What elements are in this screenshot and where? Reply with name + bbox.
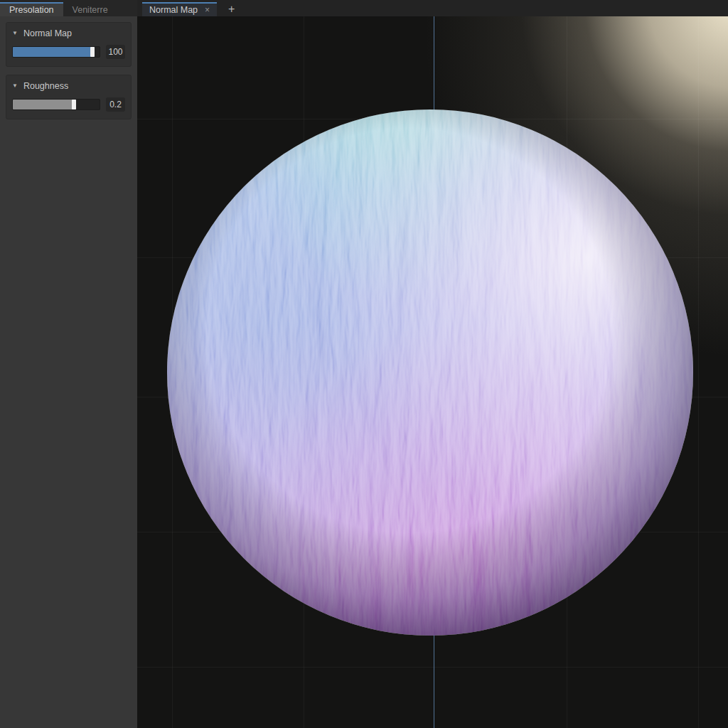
collapse-caret-icon: ▼ bbox=[12, 83, 18, 89]
panel-tab-bar: Presolation Veniterre bbox=[0, 0, 137, 16]
viewport-tab-normal-map[interactable]: Normal Map × bbox=[142, 2, 217, 16]
tab-veniterre-label: Veniterre bbox=[73, 5, 108, 15]
collapse-caret-icon: ▼ bbox=[12, 31, 18, 36]
normal-map-group-header[interactable]: ▼ Normal Map bbox=[12, 28, 125, 38]
add-tab-button[interactable]: + bbox=[224, 4, 239, 15]
viewport-pane: Normal Map × + bbox=[137, 0, 728, 728]
close-tab-icon[interactable]: × bbox=[205, 6, 210, 14]
roughness-value-field[interactable]: 0.2 bbox=[106, 97, 125, 112]
roughness-slider-row: 0.2 bbox=[12, 97, 125, 112]
normal-map-value-field[interactable]: 100 bbox=[106, 45, 125, 59]
grid-line bbox=[137, 667, 728, 668]
roughness-group-label: Roughness bbox=[23, 81, 68, 91]
normal-map-slider-handle[interactable] bbox=[90, 47, 95, 57]
material-preview-sphere[interactable] bbox=[166, 108, 695, 637]
tab-presolation[interactable]: Presolation bbox=[0, 2, 63, 16]
roughness-group-header[interactable]: ▼ Roughness bbox=[12, 81, 125, 91]
normal-map-group-label: Normal Map bbox=[23, 28, 72, 38]
roughness-slider-fill bbox=[13, 100, 76, 109]
normal-map-slider[interactable] bbox=[12, 46, 100, 58]
tab-presolation-label: Presolation bbox=[9, 5, 54, 15]
roughness-group: ▼ Roughness 0.2 bbox=[6, 75, 132, 119]
roughness-slider-handle[interactable] bbox=[72, 100, 76, 109]
normal-map-group: ▼ Normal Map 100 bbox=[6, 22, 132, 67]
material-editor-app: Presolation Veniterre ▼ Normal Map 100 bbox=[0, 0, 728, 728]
properties-panel: Presolation Veniterre ▼ Normal Map 100 bbox=[0, 0, 137, 728]
panel-body: ▼ Normal Map 100 ▼ Roughness bbox=[0, 16, 137, 133]
viewport-tab-bar: Normal Map × + bbox=[137, 0, 728, 16]
normal-map-slider-row: 100 bbox=[12, 45, 125, 59]
viewport-tab-label: Normal Map bbox=[149, 5, 198, 15]
tab-veniterre[interactable]: Veniterre bbox=[63, 2, 117, 16]
grid-line bbox=[698, 16, 699, 728]
normal-map-slider-fill bbox=[13, 47, 95, 57]
viewport-canvas[interactable] bbox=[137, 16, 728, 728]
roughness-slider[interactable] bbox=[12, 99, 100, 110]
